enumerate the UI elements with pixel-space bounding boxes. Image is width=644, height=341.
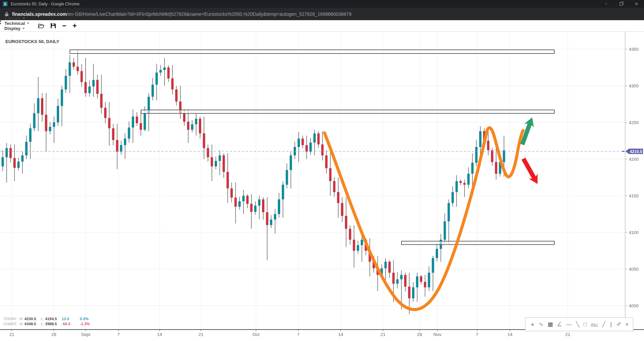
gridlines xyxy=(0,32,625,330)
url-path: /en-GB/Home/LiveChartMain?id=XFinSprMchM… xyxy=(67,11,352,17)
diagonal-line-tool[interactable]: ╱ xyxy=(602,321,605,328)
separator: | xyxy=(610,321,612,328)
left-edge-artifact xyxy=(0,21,1,25)
svg-text:4150: 4150 xyxy=(629,193,639,198)
candle xyxy=(357,245,359,251)
candle xyxy=(471,163,474,174)
candle xyxy=(388,262,391,273)
restore-icon xyxy=(620,2,623,5)
candle xyxy=(199,119,201,134)
save-icon xyxy=(50,23,56,29)
resistance-box-top[interactable] xyxy=(70,50,554,53)
svg-text:Sept: Sept xyxy=(81,332,90,337)
candle xyxy=(258,199,260,206)
pointer-arrow-tool[interactable]: ➤ xyxy=(529,321,536,328)
candle xyxy=(223,155,225,172)
candle xyxy=(230,188,233,197)
open-chart-button[interactable] xyxy=(38,23,44,29)
candle xyxy=(5,148,8,157)
restore-button[interactable] xyxy=(614,0,629,8)
svg-text:7: 7 xyxy=(117,332,120,337)
session-stats: TODAY:H:4230.5L:4194.513.00.3%CHART:H:43… xyxy=(3,316,90,327)
price-axis-labels: 43504300425042004150410040504000 xyxy=(625,47,639,308)
candle xyxy=(120,145,122,152)
candle xyxy=(452,192,454,203)
menu-interval[interactable]: 4 hours▾ xyxy=(4,16,29,21)
text-tool[interactable]: Abc xyxy=(591,323,598,327)
svg-text:28: 28 xyxy=(51,332,56,337)
candle xyxy=(234,197,237,206)
candle xyxy=(447,203,450,222)
candle xyxy=(33,113,36,128)
candle xyxy=(73,62,75,67)
resistance-box-mid[interactable] xyxy=(141,110,554,113)
candle xyxy=(408,287,411,298)
candle xyxy=(341,203,343,216)
menu-technical[interactable]: Technical▾ xyxy=(4,21,29,26)
close-button[interactable]: × xyxy=(629,0,644,8)
candle xyxy=(65,76,67,89)
svg-text:4210.5: 4210.5 xyxy=(630,149,642,154)
price-chart[interactable]: 435043004250420041504100405040002128Sept… xyxy=(0,32,644,341)
rectangle-tool[interactable]: □ xyxy=(584,321,587,328)
curve-tool[interactable]: ∿ xyxy=(539,321,544,328)
svg-text:14: 14 xyxy=(338,332,343,337)
close-toolbar-button[interactable]: × xyxy=(625,321,628,328)
candle xyxy=(503,150,505,162)
candle xyxy=(57,106,59,122)
url-bar[interactable]: financials.spreadex.com/en-GB/Home/LiveC… xyxy=(0,8,644,20)
candle xyxy=(215,161,217,166)
menu-display[interactable]: Display▾ xyxy=(4,26,29,31)
svg-text:Nov: Nov xyxy=(433,332,441,337)
candle xyxy=(321,144,324,155)
candle xyxy=(353,240,355,251)
candle xyxy=(156,73,158,85)
svg-text:4300: 4300 xyxy=(629,83,639,88)
svg-text:14: 14 xyxy=(157,332,162,337)
candle xyxy=(309,143,312,152)
measure-ruler-tool[interactable]: ✐ xyxy=(616,321,621,328)
candle xyxy=(203,134,205,148)
chart-area[interactable]: 435043004250420041504100405040002128Sept… xyxy=(0,32,644,341)
support-box[interactable] xyxy=(401,241,554,244)
svg-text:14: 14 xyxy=(507,332,513,337)
candle xyxy=(207,148,209,157)
candle xyxy=(278,199,280,214)
candle xyxy=(325,155,328,168)
trend-line-tool[interactable]: ╲ xyxy=(576,321,579,328)
fan-lines-tool[interactable]: ∠ xyxy=(557,321,562,328)
candle xyxy=(41,98,43,115)
candle xyxy=(436,249,438,258)
address-text[interactable]: financials.spreadex.com/en-GB/Home/LiveC… xyxy=(12,11,351,17)
candle xyxy=(92,80,95,87)
site-favicon: S xyxy=(3,1,8,6)
save-chart-button[interactable] xyxy=(50,23,56,29)
candle xyxy=(266,212,268,225)
svg-text:4350: 4350 xyxy=(629,47,639,52)
data-table-tool[interactable]: ▦ xyxy=(548,321,553,328)
candle xyxy=(100,94,102,108)
candle xyxy=(262,199,264,212)
candle xyxy=(53,122,55,127)
candle xyxy=(345,216,347,229)
zoom-in-button[interactable]: + xyxy=(73,23,77,29)
horizontal-line-tool[interactable]: — xyxy=(566,321,572,328)
candle xyxy=(163,68,166,70)
candle xyxy=(88,86,91,93)
stats-row: TODAY:H:4230.5L:4194.513.00.3% xyxy=(3,316,90,321)
svg-text:21: 21 xyxy=(9,332,14,337)
svg-text:28: 28 xyxy=(417,332,422,337)
browser-window: S Eurostocks 50, Daily - Google Chrome −… xyxy=(0,0,644,341)
symbol-title: EUROSTOCKS 50, DAILY xyxy=(5,39,59,44)
candle xyxy=(290,155,292,170)
candle xyxy=(333,181,336,192)
minimize-button[interactable]: − xyxy=(599,0,614,8)
candle xyxy=(298,139,300,147)
red-down-arrow[interactable] xyxy=(519,156,542,187)
candle xyxy=(96,80,99,94)
candle xyxy=(282,185,284,199)
zoom-out-button[interactable]: − xyxy=(62,23,67,29)
candle xyxy=(313,134,316,143)
candle xyxy=(487,141,489,150)
candle xyxy=(475,147,478,163)
